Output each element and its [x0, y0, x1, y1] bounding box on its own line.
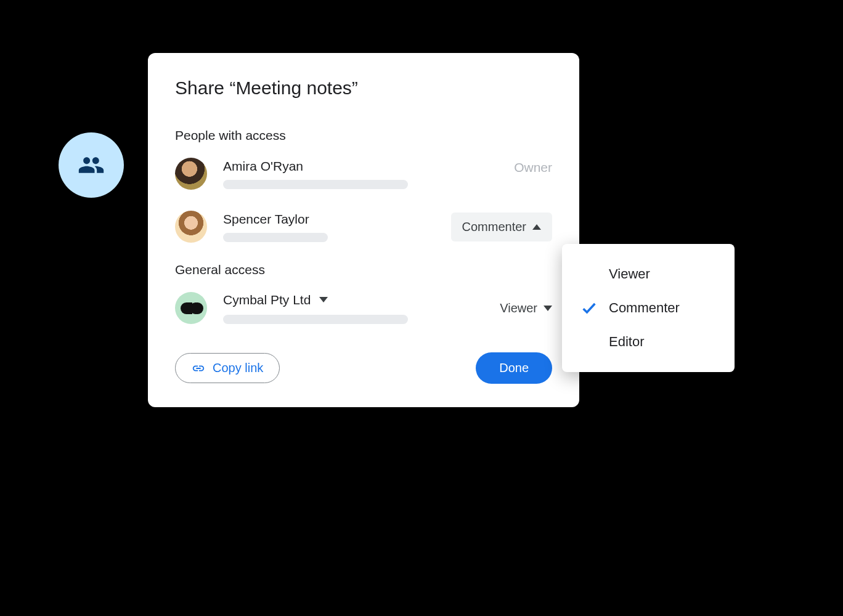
person-info: Spencer Taylor: [223, 212, 451, 242]
person-row: Amira O'Ryan Owner: [175, 156, 552, 191]
person-row: Spencer Taylor Commenter: [175, 209, 552, 244]
people-section: People with access Amira O'Ryan Owner Sp…: [175, 128, 552, 244]
role-dropdown-menu: Viewer Commenter Editor: [562, 244, 735, 372]
placeholder-line: [223, 233, 328, 242]
dropdown-option-editor[interactable]: Editor: [562, 325, 735, 359]
org-row: Cymbal Pty Ltd Viewer: [175, 291, 552, 325]
chevron-up-icon: [532, 224, 541, 230]
person-info: Amira O'Ryan: [223, 159, 514, 189]
org-info: Cymbal Pty Ltd: [223, 293, 489, 324]
general-heading: General access: [175, 262, 552, 277]
dialog-title: Share “Meeting notes”: [175, 78, 552, 99]
chevron-down-icon: [319, 297, 328, 302]
role-select-label: Commenter: [462, 220, 526, 234]
avatar: [175, 211, 207, 243]
share-dialog: Share “Meeting notes” People with access…: [148, 53, 579, 407]
role-select-label: Viewer: [500, 301, 537, 315]
chevron-down-icon: [544, 306, 552, 311]
link-icon: [192, 362, 205, 375]
people-badge: [59, 132, 124, 198]
dropdown-option-label: Editor: [609, 334, 644, 350]
role-select-commenter[interactable]: Commenter: [451, 213, 552, 241]
people-icon: [78, 152, 105, 179]
role-label-owner: Owner: [514, 160, 552, 175]
check-slot: [580, 299, 598, 317]
dropdown-option-label: Commenter: [609, 300, 680, 316]
check-icon: [580, 299, 598, 317]
done-button[interactable]: Done: [476, 352, 552, 384]
org-scope-select[interactable]: Cymbal Pty Ltd: [223, 293, 489, 307]
people-heading: People with access: [175, 128, 552, 143]
dropdown-option-viewer[interactable]: Viewer: [562, 257, 735, 291]
general-access-section: General access Cymbal Pty Ltd Viewer: [175, 262, 552, 325]
role-select-viewer[interactable]: Viewer: [489, 294, 552, 323]
dropdown-option-commenter[interactable]: Commenter: [562, 291, 735, 325]
org-avatar: [175, 292, 207, 324]
avatar: [175, 158, 207, 190]
placeholder-line: [223, 315, 408, 324]
copy-link-label: Copy link: [213, 361, 263, 375]
dropdown-option-label: Viewer: [609, 266, 650, 282]
dialog-footer: Copy link Done: [175, 352, 552, 384]
person-name: Spencer Taylor: [223, 212, 451, 227]
copy-link-button[interactable]: Copy link: [175, 353, 280, 383]
placeholder-line: [223, 180, 408, 189]
org-name: Cymbal Pty Ltd: [223, 293, 311, 307]
person-name: Amira O'Ryan: [223, 159, 514, 174]
